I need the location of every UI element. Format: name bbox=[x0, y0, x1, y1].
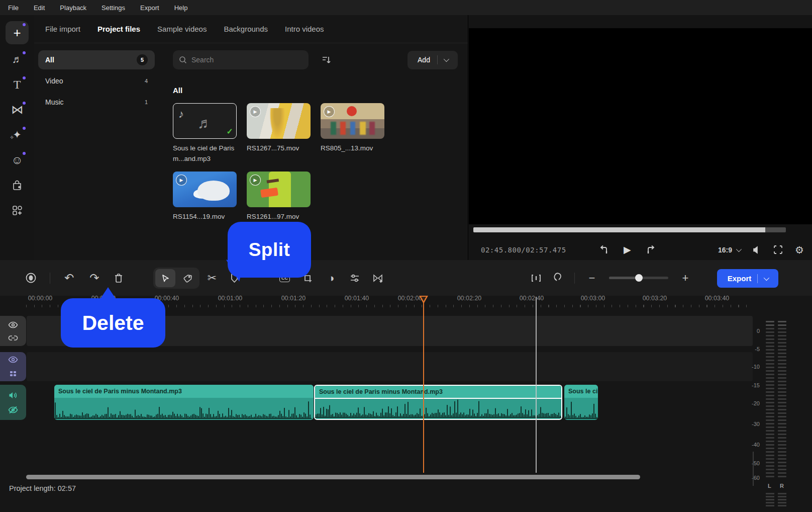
record-icon[interactable] bbox=[25, 272, 37, 284]
category-count: 5 bbox=[137, 54, 148, 65]
menu-file[interactable]: File bbox=[8, 4, 19, 12]
play-button[interactable]: ▶ bbox=[624, 244, 631, 255]
category-all[interactable]: All5 bbox=[38, 50, 155, 69]
tab-file-import[interactable]: File import bbox=[45, 25, 80, 33]
split-scissors-icon[interactable]: ✂ bbox=[206, 272, 218, 284]
sidebar-item-stickers[interactable]: ☺ bbox=[6, 150, 29, 170]
slider-knob[interactable] bbox=[635, 274, 643, 282]
audio-clip[interactable]: Sous le ciel de Paris minus Montand.mp3 bbox=[54, 385, 314, 420]
mute-icon[interactable] bbox=[752, 245, 761, 254]
select-tool-button[interactable] bbox=[155, 269, 175, 287]
transition-tool-icon[interactable] bbox=[372, 273, 383, 283]
meter-db-label: -40 bbox=[747, 442, 760, 448]
media-item-audio[interactable]: ♪ ♬ ✓ Sous le ciel de Paris m...and.mp3 bbox=[173, 103, 237, 164]
media-item-label: Sous le ciel de Paris m...and.mp3 bbox=[173, 143, 237, 164]
color-contrast-icon[interactable]: ◑ bbox=[325, 272, 337, 284]
sidebar-item-store[interactable] bbox=[6, 175, 29, 195]
audio-clip-selected[interactable]: Sous le ciel de Paris minus Montand.mp3 bbox=[314, 385, 562, 420]
transition-icon: ⋈ bbox=[11, 103, 23, 117]
tab-backgrounds[interactable]: Backgrounds bbox=[224, 25, 268, 33]
audio-thumbnail[interactable]: ♪ ♬ ✓ bbox=[173, 103, 237, 139]
eye-visibility-icon[interactable] bbox=[8, 356, 18, 363]
playhead-handle[interactable] bbox=[419, 296, 428, 304]
plus-icon: + bbox=[13, 25, 21, 41]
adjust-sliders-icon[interactable] bbox=[350, 273, 360, 283]
step-back-icon[interactable] bbox=[598, 244, 610, 255]
audio-stretch-icon[interactable] bbox=[531, 273, 542, 283]
plugins-grid-icon bbox=[12, 205, 23, 216]
link-icon[interactable] bbox=[8, 335, 18, 341]
sidebar-item-media[interactable]: + bbox=[6, 21, 29, 44]
zoom-in-icon[interactable]: + bbox=[679, 272, 691, 284]
menu-help[interactable]: Help bbox=[174, 4, 188, 12]
store-bag-icon bbox=[12, 180, 23, 191]
music-note-icon: ♪ bbox=[178, 108, 184, 121]
speaker-icon[interactable] bbox=[8, 391, 18, 399]
search-input[interactable] bbox=[191, 56, 292, 64]
tag-icon bbox=[183, 274, 192, 283]
video-thumbnail[interactable]: ▶ bbox=[247, 172, 311, 207]
menu-playback[interactable]: Playback bbox=[60, 4, 86, 12]
media-item-video[interactable]: ▶ RS1154...19.mov bbox=[173, 172, 237, 222]
settings-gear-icon[interactable]: ⚙ bbox=[795, 244, 804, 256]
eye-off-icon[interactable] bbox=[8, 406, 18, 414]
playback-progress-bar[interactable] bbox=[473, 227, 786, 232]
redo-icon[interactable]: ↷ bbox=[88, 272, 100, 284]
sidebar-item-effects[interactable]: ✦✧ bbox=[6, 125, 29, 145]
undo-icon[interactable]: ↶ bbox=[63, 272, 75, 284]
aspect-label: 16:9 bbox=[718, 246, 732, 254]
channel-label-left: L bbox=[768, 483, 771, 489]
tab-sample-videos[interactable]: Sample videos bbox=[157, 25, 207, 33]
menu-settings[interactable]: Settings bbox=[102, 4, 125, 12]
zoom-out-icon[interactable]: − bbox=[586, 272, 598, 284]
track-lane[interactable]: Sous le ciel de Paris minus Montand.mp3 … bbox=[27, 385, 753, 420]
category-video[interactable]: Video4 bbox=[38, 71, 155, 91]
menu-export[interactable]: Export bbox=[140, 4, 159, 12]
media-item-video[interactable]: ▶ RS1267...75.mov bbox=[247, 103, 311, 164]
play-overlay-icon: ▶ bbox=[176, 175, 187, 186]
ruler-label: 00:03:00 bbox=[581, 295, 605, 302]
horizontal-scrollbar[interactable] bbox=[26, 475, 640, 479]
vertical-scrollbar[interactable] bbox=[753, 452, 754, 486]
timeline-zoom-slider[interactable] bbox=[609, 277, 668, 279]
label-tool-button[interactable] bbox=[177, 269, 197, 287]
channel-label-right: R bbox=[780, 483, 784, 489]
search-box[interactable] bbox=[173, 50, 309, 69]
meter-db-label: 0 bbox=[747, 328, 760, 334]
video-thumbnail[interactable]: ▶ bbox=[321, 103, 384, 139]
playhead-line[interactable] bbox=[423, 302, 424, 473]
step-forward-icon[interactable] bbox=[645, 244, 656, 255]
track-lane[interactable] bbox=[27, 352, 753, 381]
snap-magnet-icon[interactable] bbox=[553, 273, 563, 283]
media-item-video[interactable]: ▶ RS805_...13.mov bbox=[321, 103, 384, 164]
meter-mini-icon bbox=[766, 493, 774, 506]
sidebar-item-transitions[interactable]: ⋈ bbox=[6, 100, 29, 120]
menu-edit[interactable]: Edit bbox=[34, 4, 45, 12]
sort-icon bbox=[322, 55, 332, 64]
fullscreen-icon[interactable] bbox=[773, 245, 783, 254]
level-meter-left bbox=[766, 321, 774, 481]
media-item-video[interactable]: ▶ RS1261...97.mov bbox=[247, 172, 311, 222]
sidebar-item-text[interactable]: T bbox=[6, 74, 29, 95]
music-icon: ♬ bbox=[12, 53, 23, 65]
video-thumbnail[interactable]: ▶ bbox=[173, 172, 237, 207]
add-button[interactable]: Add bbox=[408, 51, 458, 69]
export-button[interactable]: Export bbox=[717, 269, 778, 288]
audio-clip[interactable]: Sous le ci bbox=[564, 385, 598, 420]
sort-button[interactable] bbox=[322, 55, 332, 64]
aspect-ratio-select[interactable]: 16:9 bbox=[718, 246, 740, 254]
tab-project-files[interactable]: Project files bbox=[97, 25, 140, 33]
effect-dots-icon[interactable] bbox=[8, 370, 18, 378]
meter-db-label: -20 bbox=[747, 400, 760, 406]
delete-trash-icon[interactable] bbox=[114, 273, 124, 284]
ruler-label: 00:03:40 bbox=[705, 295, 730, 302]
eye-visibility-icon[interactable] bbox=[8, 321, 18, 328]
sidebar-item-plugins[interactable] bbox=[6, 200, 29, 220]
tab-intro-videos[interactable]: Intro videos bbox=[285, 25, 324, 33]
project-length-status: Project length: 02:57 bbox=[9, 484, 76, 492]
video-thumbnail[interactable]: ▶ bbox=[247, 103, 311, 139]
search-icon bbox=[179, 56, 187, 64]
play-overlay-icon: ▶ bbox=[324, 106, 335, 117]
sidebar-item-audio[interactable]: ♬ bbox=[6, 49, 29, 69]
category-music[interactable]: Music1 bbox=[38, 93, 155, 112]
